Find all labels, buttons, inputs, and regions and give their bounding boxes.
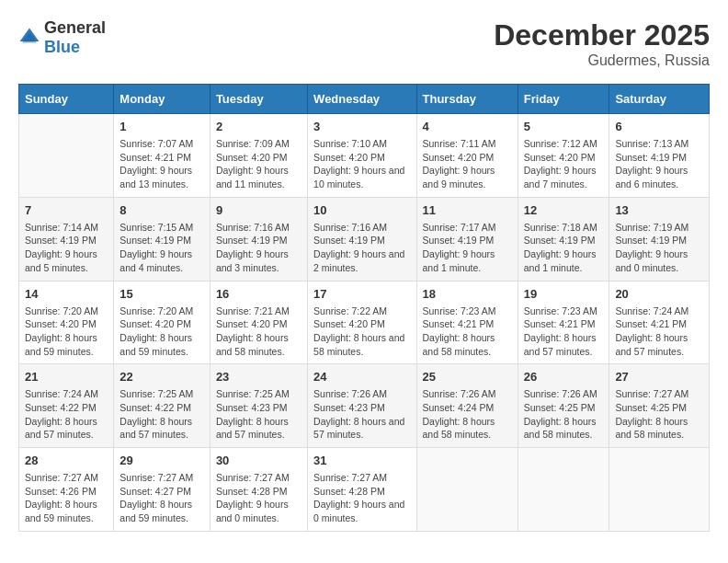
day-number: 29 [119, 454, 204, 467]
day-number: 26 [524, 370, 604, 384]
calendar-header-row: Sunday Monday Tuesday Wednesday Thursday… [19, 85, 710, 114]
day-info: Sunrise: 7:09 AM Sunset: 4:20 PM Dayligh… [216, 137, 301, 191]
calendar-week-row: 21 Sunrise: 7:24 AM Sunset: 4:22 PM Dayl… [19, 364, 710, 448]
day-info: Sunrise: 7:13 AM Sunset: 4:19 PM Dayligh… [615, 137, 703, 191]
calendar-cell: 9 Sunrise: 7:16 AM Sunset: 4:19 PM Dayli… [210, 197, 307, 281]
day-info: Sunrise: 7:25 AM Sunset: 4:22 PM Dayligh… [119, 387, 204, 442]
logo-icon [18, 27, 40, 49]
calendar-week-row: 1 Sunrise: 7:07 AM Sunset: 4:21 PM Dayli… [19, 114, 710, 198]
day-info: Sunrise: 7:17 AM Sunset: 4:19 PM Dayligh… [423, 221, 512, 275]
calendar-cell: 16 Sunrise: 7:21 AM Sunset: 4:20 PM Dayl… [210, 281, 307, 364]
day-info: Sunrise: 7:18 AM Sunset: 4:19 PM Dayligh… [524, 221, 604, 275]
day-number: 1 [119, 120, 204, 133]
day-number: 8 [119, 203, 204, 217]
day-info: Sunrise: 7:15 AM Sunset: 4:19 PM Dayligh… [119, 221, 204, 275]
day-info: Sunrise: 7:25 AM Sunset: 4:23 PM Dayligh… [216, 387, 301, 442]
calendar-cell: 20 Sunrise: 7:24 AM Sunset: 4:21 PM Dayl… [609, 281, 710, 364]
day-number: 21 [25, 370, 108, 384]
logo-general: General [44, 18, 106, 37]
calendar-cell: 25 Sunrise: 7:26 AM Sunset: 4:24 PM Dayl… [416, 364, 518, 448]
calendar-week-row: 14 Sunrise: 7:20 AM Sunset: 4:20 PM Dayl… [19, 281, 710, 364]
col-thursday: Thursday [416, 85, 518, 114]
day-number: 16 [216, 287, 301, 301]
day-number: 19 [524, 287, 604, 301]
calendar-cell: 5 Sunrise: 7:12 AM Sunset: 4:20 PM Dayli… [518, 114, 609, 198]
calendar-cell: 14 Sunrise: 7:20 AM Sunset: 4:20 PM Dayl… [19, 281, 114, 364]
day-number: 9 [216, 203, 301, 217]
main-title: December 2025 [494, 18, 710, 52]
calendar-cell [609, 448, 710, 532]
col-wednesday: Wednesday [308, 85, 416, 114]
col-tuesday: Tuesday [210, 85, 307, 114]
day-number: 10 [313, 203, 410, 217]
col-friday: Friday [518, 85, 609, 114]
day-number: 15 [119, 287, 204, 301]
day-info: Sunrise: 7:16 AM Sunset: 4:19 PM Dayligh… [216, 221, 301, 275]
day-number: 27 [615, 370, 703, 384]
calendar-cell: 18 Sunrise: 7:23 AM Sunset: 4:21 PM Dayl… [416, 281, 518, 364]
day-number: 30 [216, 454, 301, 467]
calendar-cell: 13 Sunrise: 7:19 AM Sunset: 4:19 PM Dayl… [609, 197, 710, 281]
col-sunday: Sunday [19, 85, 114, 114]
day-info: Sunrise: 7:26 AM Sunset: 4:23 PM Dayligh… [313, 387, 410, 442]
day-number: 25 [423, 370, 512, 384]
calendar-cell: 12 Sunrise: 7:18 AM Sunset: 4:19 PM Dayl… [518, 197, 609, 281]
day-info: Sunrise: 7:07 AM Sunset: 4:21 PM Dayligh… [119, 137, 204, 191]
calendar-cell: 8 Sunrise: 7:15 AM Sunset: 4:19 PM Dayli… [114, 197, 210, 281]
calendar-cell: 31 Sunrise: 7:27 AM Sunset: 4:28 PM Dayl… [308, 448, 416, 532]
calendar-cell: 24 Sunrise: 7:26 AM Sunset: 4:23 PM Dayl… [308, 364, 416, 448]
day-number: 11 [423, 203, 512, 217]
day-number: 17 [313, 287, 410, 301]
day-number: 28 [25, 454, 108, 467]
day-info: Sunrise: 7:26 AM Sunset: 4:24 PM Dayligh… [423, 387, 512, 442]
day-info: Sunrise: 7:23 AM Sunset: 4:21 PM Dayligh… [524, 304, 604, 359]
day-number: 2 [216, 120, 301, 133]
day-number: 22 [119, 370, 204, 384]
day-info: Sunrise: 7:24 AM Sunset: 4:22 PM Dayligh… [25, 387, 108, 442]
day-info: Sunrise: 7:27 AM Sunset: 4:27 PM Dayligh… [119, 471, 204, 525]
calendar-table: Sunday Monday Tuesday Wednesday Thursday… [18, 84, 710, 532]
day-info: Sunrise: 7:26 AM Sunset: 4:25 PM Dayligh… [524, 387, 604, 442]
day-number: 7 [25, 203, 108, 217]
day-info: Sunrise: 7:20 AM Sunset: 4:20 PM Dayligh… [25, 304, 108, 359]
calendar-cell: 27 Sunrise: 7:27 AM Sunset: 4:25 PM Dayl… [609, 364, 710, 448]
day-info: Sunrise: 7:22 AM Sunset: 4:20 PM Dayligh… [313, 304, 410, 359]
calendar-cell: 26 Sunrise: 7:26 AM Sunset: 4:25 PM Dayl… [518, 364, 609, 448]
header: General Blue December 2025 Gudermes, Rus… [18, 18, 710, 69]
day-info: Sunrise: 7:10 AM Sunset: 4:20 PM Dayligh… [313, 137, 410, 191]
calendar-cell: 2 Sunrise: 7:09 AM Sunset: 4:20 PM Dayli… [210, 114, 307, 198]
calendar-cell: 11 Sunrise: 7:17 AM Sunset: 4:19 PM Dayl… [416, 197, 518, 281]
day-info: Sunrise: 7:27 AM Sunset: 4:25 PM Dayligh… [615, 387, 703, 442]
calendar-cell: 15 Sunrise: 7:20 AM Sunset: 4:20 PM Dayl… [114, 281, 210, 364]
calendar-cell: 10 Sunrise: 7:16 AM Sunset: 4:19 PM Dayl… [308, 197, 416, 281]
day-number: 20 [615, 287, 703, 301]
subtitle: Gudermes, Russia [494, 52, 710, 69]
day-number: 5 [524, 120, 604, 133]
calendar-cell: 6 Sunrise: 7:13 AM Sunset: 4:19 PM Dayli… [609, 114, 710, 198]
calendar-cell: 22 Sunrise: 7:25 AM Sunset: 4:22 PM Dayl… [114, 364, 210, 448]
calendar-cell: 28 Sunrise: 7:27 AM Sunset: 4:26 PM Dayl… [19, 448, 114, 532]
calendar-cell: 4 Sunrise: 7:11 AM Sunset: 4:20 PM Dayli… [416, 114, 518, 198]
day-info: Sunrise: 7:27 AM Sunset: 4:26 PM Dayligh… [25, 471, 108, 525]
day-number: 24 [313, 370, 410, 384]
col-saturday: Saturday [609, 85, 710, 114]
calendar-cell: 1 Sunrise: 7:07 AM Sunset: 4:21 PM Dayli… [114, 114, 210, 198]
day-info: Sunrise: 7:24 AM Sunset: 4:21 PM Dayligh… [615, 304, 703, 359]
day-number: 3 [313, 120, 410, 133]
day-info: Sunrise: 7:21 AM Sunset: 4:20 PM Dayligh… [216, 304, 301, 359]
day-info: Sunrise: 7:23 AM Sunset: 4:21 PM Dayligh… [423, 304, 512, 359]
calendar-cell [416, 448, 518, 532]
day-number: 4 [423, 120, 512, 133]
calendar-week-row: 7 Sunrise: 7:14 AM Sunset: 4:19 PM Dayli… [19, 197, 710, 281]
calendar-cell: 3 Sunrise: 7:10 AM Sunset: 4:20 PM Dayli… [308, 114, 416, 198]
logo: General Blue [18, 18, 106, 57]
calendar-cell: 29 Sunrise: 7:27 AM Sunset: 4:27 PM Dayl… [114, 448, 210, 532]
day-number: 23 [216, 370, 301, 384]
calendar-cell [518, 448, 609, 532]
calendar-cell: 21 Sunrise: 7:24 AM Sunset: 4:22 PM Dayl… [19, 364, 114, 448]
day-info: Sunrise: 7:19 AM Sunset: 4:19 PM Dayligh… [615, 221, 703, 275]
day-number: 18 [423, 287, 512, 301]
calendar-cell [19, 114, 114, 198]
calendar-week-row: 28 Sunrise: 7:27 AM Sunset: 4:26 PM Dayl… [19, 448, 710, 532]
day-info: Sunrise: 7:16 AM Sunset: 4:19 PM Dayligh… [313, 221, 410, 275]
